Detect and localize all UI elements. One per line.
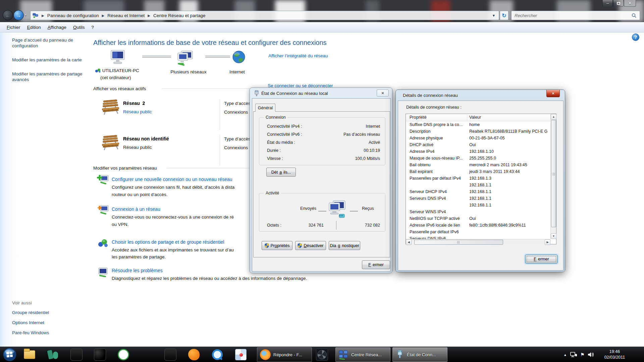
menu-item[interactable]: Affichage: [44, 23, 70, 31]
diagnose-button[interactable]: Diagnostiquer: [329, 241, 360, 250]
recent-pages-chevron-icon[interactable]: ▾: [25, 13, 26, 17]
dialog-close-button[interactable]: ×: [377, 89, 389, 97]
close-button[interactable]: Fermer: [362, 260, 390, 269]
detail-row[interactable]: 192.168.1.1: [406, 182, 551, 188]
tray-action-center-flag-icon[interactable]: ⚑: [580, 352, 585, 357]
internet-globe-icon[interactable]: [232, 50, 246, 64]
maximize-button[interactable]: [613, 0, 624, 7]
column-separator[interactable]: [467, 115, 467, 121]
bytes-label: Octets :: [267, 223, 281, 228]
taskbar-button-firefox[interactable]: Répondre - F...: [257, 347, 312, 362]
scroll-up-icon[interactable]: ▲: [551, 114, 556, 120]
dialog-close-button[interactable]: ×: [546, 90, 560, 97]
detail-row[interactable]: Description Realtek RTL8168B/8111B Famil…: [406, 128, 551, 135]
taskbar-button-network-center[interactable]: Centre Résea...: [335, 347, 390, 362]
task-link-sharing[interactable]: Choisir les options de partage et de gro…: [112, 239, 224, 245]
icon-fan[interactable]: [315, 348, 329, 361]
detail-row[interactable]: Suffixe DNS propre à la co... home: [406, 121, 551, 128]
detail-row[interactable]: Serveurs DNS IPv6: [406, 235, 551, 239]
task-link-connect[interactable]: Connexion à un réseau: [112, 206, 160, 212]
computer-sub-label: (cet ordinateur): [100, 75, 131, 80]
horizontal-scrollbar[interactable]: ◀ ▶: [406, 239, 550, 245]
column-value[interactable]: Valeur: [469, 115, 481, 120]
network-bench-icon: [101, 99, 120, 115]
properties-button[interactable]: Propriétés: [262, 241, 292, 250]
menu-item[interactable]: Outils: [70, 23, 88, 31]
minimize-button[interactable]: –: [602, 0, 613, 7]
detail-row[interactable]: Serveur DHCP IPv4 192.168.1.1: [406, 188, 551, 195]
scroll-down-icon[interactable]: ▼: [551, 233, 556, 239]
detail-row[interactable]: Masque de sous-réseau IP... 255.255.255.…: [406, 155, 551, 162]
column-property[interactable]: Propriété: [410, 115, 427, 120]
tray-volume-icon[interactable]: [587, 352, 594, 358]
menu-item[interactable]: Edition: [24, 23, 44, 31]
back-button[interactable]: ←: [3, 10, 13, 20]
refresh-button[interactable]: ↻: [500, 11, 508, 20]
task-desc: Configurez une connexion sans fil, haut …: [112, 185, 234, 190]
tray-expand-icon[interactable]: ▲: [564, 353, 567, 357]
icon-foobar2000[interactable]: [70, 348, 83, 361]
status-row: Vitesse : 100,0 Mbits/s: [267, 155, 380, 163]
menu-item[interactable]: ?: [88, 23, 97, 31]
task-link-new-connection[interactable]: Configurer une nouvelle connexion ou un …: [112, 177, 232, 182]
details-listview[interactable]: Propriété Valeur Suffixe DNS propre à la…: [406, 114, 556, 244]
icon-quicktime[interactable]: [211, 348, 224, 361]
tray-network-icon[interactable]: [570, 351, 577, 358]
start-orb[interactable]: [3, 348, 17, 362]
status-row: Connectivité IPv4 : Internet: [267, 122, 380, 130]
details-button[interactable]: Détails...: [266, 168, 296, 177]
detail-row[interactable]: Bail expirant jeudi 3 mars 2011 19:43:44: [406, 168, 551, 175]
icon-system-info[interactable]: [140, 348, 154, 361]
tray-clock[interactable]: 19:46 02/03/2011: [597, 349, 632, 360]
breadcrumb-item[interactable]: Centre Réseau et partage: [153, 13, 205, 18]
network-category-link[interactable]: Réseau public: [123, 109, 152, 114]
scroll-left-icon[interactable]: ◀: [406, 239, 412, 245]
task-link-troubleshoot[interactable]: Résoudre les problèmes: [112, 268, 163, 273]
taskbar-button-connection-status[interactable]: État de Conn...: [392, 347, 447, 362]
multiple-networks-icon[interactable]: [176, 50, 194, 66]
icon-game-ball[interactable]: [93, 348, 107, 361]
vertical-scrollbar[interactable]: ▲ ▼: [550, 114, 556, 239]
icon-media-player[interactable]: [234, 348, 248, 361]
search-input[interactable]: Rechercher: [511, 11, 640, 20]
close-button[interactable]: ✕: [624, 0, 636, 7]
close-button[interactable]: Fermer: [525, 255, 557, 263]
icon-explorer[interactable]: [23, 348, 36, 361]
breadcrumb[interactable]: ▶ Panneau de configuration ▶ Réseau et I…: [30, 11, 499, 20]
horizontal-scroll-thumb[interactable]: [414, 240, 503, 245]
disable-button[interactable]: Désactiver: [295, 241, 326, 250]
breadcrumb-item[interactable]: Panneau de configuration: [47, 13, 99, 18]
detail-row[interactable]: Passerelle par défaut IPv6: [406, 229, 551, 235]
column-divider: [220, 135, 220, 166]
detail-row[interactable]: Adresse IPv4 192.168.1.10: [406, 148, 551, 155]
sharing-options-icon: [98, 238, 108, 248]
detail-row[interactable]: NetBIOS sur TCP/IP activé Oui: [406, 215, 551, 222]
detail-row[interactable]: Serveurs DNS IPv4 192.168.1.1: [406, 195, 551, 202]
computer-name[interactable]: UTILISATEUR-PC: [102, 68, 139, 73]
vertical-scroll-thumb[interactable]: [551, 120, 556, 227]
scroll-right-icon[interactable]: ▶: [545, 239, 550, 245]
multiple-networks-label[interactable]: Plusieurs réseaux: [163, 69, 214, 74]
detail-row[interactable]: Bail obtenu mercredi 2 mars 2011 19:43:4…: [406, 162, 551, 168]
see-full-map-link[interactable]: Afficher l’intégralité du réseau: [268, 53, 328, 58]
detail-row[interactable]: 192.168.1.1: [406, 202, 551, 208]
icon-utorrent[interactable]: [117, 348, 130, 361]
address-dropdown-icon[interactable]: ▼: [492, 14, 495, 17]
detail-row[interactable]: Adresse physique 00-21-85-3A-67-05: [406, 135, 551, 141]
internet-label[interactable]: Internet: [229, 69, 245, 74]
icon-device-manager[interactable]: [46, 348, 60, 361]
icon-steam[interactable]: [164, 348, 177, 361]
breadcrumb-item[interactable]: Réseau et Internet: [107, 13, 145, 18]
detail-row[interactable]: Adresse IPv6 locale de lien fe80::1cfb:8…: [406, 222, 551, 229]
detail-row[interactable]: Passerelles par défaut IPv4 192.168.1.3: [406, 175, 551, 182]
tab-page: Connexion Connectivité IPv4 : Internet C…: [253, 111, 390, 257]
icon-avast[interactable]: [187, 348, 201, 361]
detail-row[interactable]: Serveur WINS IPv4: [406, 208, 551, 215]
computer-icon[interactable]: [110, 50, 125, 66]
search-icon[interactable]: [632, 13, 637, 18]
forward-button[interactable]: →: [13, 10, 24, 20]
new-connection-icon: [97, 174, 109, 185]
tab-general[interactable]: Général: [255, 104, 275, 112]
detail-row[interactable]: DHCP activé Oui: [406, 141, 551, 148]
menu-item[interactable]: Fichier: [3, 23, 24, 31]
